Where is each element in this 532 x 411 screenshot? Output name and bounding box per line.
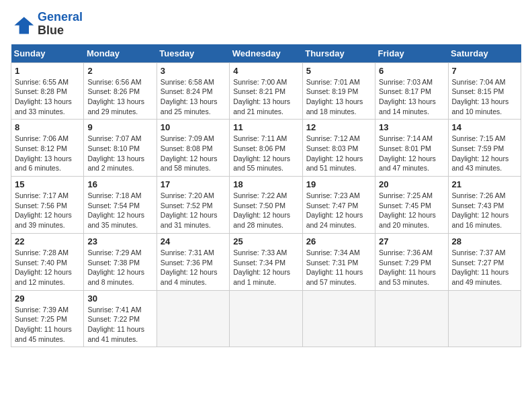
- calendar-cell: 19 Sunrise: 7:23 AMSunset: 7:47 PMDaylig…: [302, 177, 375, 234]
- day-number: 9: [87, 122, 152, 132]
- day-number: 25: [233, 236, 298, 246]
- day-number: 2: [87, 66, 152, 76]
- day-info: Sunrise: 7:36 AMSunset: 7:29 PMDaylight:…: [379, 248, 444, 287]
- calendar-cell: [157, 290, 229, 347]
- calendar-cell: 24 Sunrise: 7:31 AMSunset: 7:36 PMDaylig…: [157, 233, 229, 290]
- weekday-header: Friday: [375, 44, 448, 63]
- logo-text: GeneralBlue: [38, 11, 83, 38]
- calendar-cell: 9 Sunrise: 7:07 AMSunset: 8:10 PMDayligh…: [84, 120, 157, 177]
- calendar-cell: 17 Sunrise: 7:20 AMSunset: 7:52 PMDaylig…: [157, 177, 229, 234]
- calendar-cell: 5 Sunrise: 7:01 AMSunset: 8:19 PMDayligh…: [302, 62, 375, 120]
- day-info: Sunrise: 7:04 AMSunset: 8:15 PMDaylight:…: [452, 77, 517, 117]
- day-number: 1: [15, 66, 80, 76]
- weekday-header: Monday: [84, 44, 157, 63]
- day-info: Sunrise: 7:01 AMSunset: 8:19 PMDaylight:…: [306, 77, 371, 117]
- day-number: 6: [379, 66, 444, 76]
- day-number: 28: [452, 236, 517, 246]
- day-number: 16: [87, 179, 152, 189]
- day-info: Sunrise: 7:33 AMSunset: 7:34 PMDaylight:…: [233, 248, 298, 287]
- weekday-header: Wednesday: [230, 44, 302, 63]
- calendar-cell: [230, 290, 302, 347]
- day-info: Sunrise: 7:15 AMSunset: 7:59 PMDaylight:…: [452, 134, 517, 173]
- day-number: 15: [15, 179, 80, 189]
- day-info: Sunrise: 7:29 AMSunset: 7:38 PMDaylight:…: [87, 248, 152, 287]
- day-number: 11: [233, 122, 298, 132]
- calendar-cell: 26 Sunrise: 7:34 AMSunset: 7:31 PMDaylig…: [302, 233, 375, 290]
- day-number: 19: [306, 179, 371, 189]
- weekday-header: Tuesday: [157, 44, 229, 63]
- calendar-cell: 3 Sunrise: 6:58 AMSunset: 8:24 PMDayligh…: [157, 62, 229, 120]
- calendar-week: 22 Sunrise: 7:28 AMSunset: 7:40 PMDaylig…: [11, 233, 521, 290]
- weekday-header: Saturday: [448, 44, 521, 63]
- calendar-cell: 2 Sunrise: 6:56 AMSunset: 8:26 PMDayligh…: [84, 62, 157, 120]
- calendar-cell: 25 Sunrise: 7:33 AMSunset: 7:34 PMDaylig…: [230, 233, 302, 290]
- day-info: Sunrise: 7:22 AMSunset: 7:50 PMDaylight:…: [233, 191, 298, 230]
- day-number: 17: [161, 179, 226, 189]
- calendar-cell: 4 Sunrise: 7:00 AMSunset: 8:21 PMDayligh…: [230, 62, 302, 120]
- day-number: 10: [161, 122, 226, 132]
- calendar-cell: 12 Sunrise: 7:12 AMSunset: 8:03 PMDaylig…: [302, 120, 375, 177]
- calendar-cell: [448, 290, 521, 347]
- calendar-cell: [375, 290, 448, 347]
- calendar-table: SundayMondayTuesdayWednesdayThursdayFrid…: [11, 44, 521, 348]
- day-number: 7: [452, 66, 517, 76]
- logo-icon: [11, 12, 35, 36]
- calendar-cell: 23 Sunrise: 7:29 AMSunset: 7:38 PMDaylig…: [84, 233, 157, 290]
- day-number: 14: [452, 122, 517, 132]
- calendar-cell: 30 Sunrise: 7:41 AMSunset: 7:22 PMDaylig…: [84, 290, 157, 347]
- calendar-cell: 20 Sunrise: 7:25 AMSunset: 7:45 PMDaylig…: [375, 177, 448, 234]
- day-number: 22: [15, 236, 80, 246]
- day-info: Sunrise: 7:25 AMSunset: 7:45 PMDaylight:…: [379, 191, 444, 230]
- day-info: Sunrise: 7:07 AMSunset: 8:10 PMDaylight:…: [87, 134, 152, 173]
- day-info: Sunrise: 7:18 AMSunset: 7:54 PMDaylight:…: [87, 191, 152, 230]
- calendar-cell: 8 Sunrise: 7:06 AMSunset: 8:12 PMDayligh…: [11, 120, 84, 177]
- day-number: 24: [161, 236, 226, 246]
- calendar-cell: 13 Sunrise: 7:14 AMSunset: 8:01 PMDaylig…: [375, 120, 448, 177]
- day-info: Sunrise: 7:06 AMSunset: 8:12 PMDaylight:…: [15, 134, 80, 173]
- calendar-cell: 28 Sunrise: 7:37 AMSunset: 7:27 PMDaylig…: [448, 233, 521, 290]
- calendar-cell: 29 Sunrise: 7:39 AMSunset: 7:25 PMDaylig…: [11, 290, 84, 347]
- day-number: 30: [87, 293, 152, 304]
- day-number: 26: [306, 236, 371, 246]
- day-number: 3: [161, 66, 226, 76]
- day-info: Sunrise: 7:20 AMSunset: 7:52 PMDaylight:…: [161, 191, 226, 230]
- calendar-cell: 21 Sunrise: 7:26 AMSunset: 7:43 PMDaylig…: [448, 177, 521, 234]
- day-number: 23: [87, 236, 152, 246]
- logo: GeneralBlue: [11, 11, 83, 38]
- day-info: Sunrise: 7:28 AMSunset: 7:40 PMDaylight:…: [15, 248, 80, 287]
- day-info: Sunrise: 7:00 AMSunset: 8:21 PMDaylight:…: [233, 77, 298, 117]
- day-number: 29: [15, 293, 80, 304]
- day-number: 8: [15, 122, 80, 132]
- calendar-cell: 15 Sunrise: 7:17 AMSunset: 7:56 PMDaylig…: [11, 177, 84, 234]
- day-info: Sunrise: 7:17 AMSunset: 7:56 PMDaylight:…: [15, 191, 80, 230]
- day-number: 20: [379, 179, 444, 189]
- calendar-cell: 14 Sunrise: 7:15 AMSunset: 7:59 PMDaylig…: [448, 120, 521, 177]
- calendar-week: 15 Sunrise: 7:17 AMSunset: 7:56 PMDaylig…: [11, 177, 521, 234]
- day-info: Sunrise: 7:12 AMSunset: 8:03 PMDaylight:…: [306, 134, 371, 173]
- day-info: Sunrise: 7:26 AMSunset: 7:43 PMDaylight:…: [452, 191, 517, 230]
- calendar-week: 29 Sunrise: 7:39 AMSunset: 7:25 PMDaylig…: [11, 290, 521, 347]
- day-info: Sunrise: 7:39 AMSunset: 7:25 PMDaylight:…: [15, 305, 80, 345]
- day-info: Sunrise: 6:55 AMSunset: 8:28 PMDaylight:…: [15, 77, 80, 117]
- day-info: Sunrise: 7:34 AMSunset: 7:31 PMDaylight:…: [306, 248, 371, 287]
- day-info: Sunrise: 7:23 AMSunset: 7:47 PMDaylight:…: [306, 191, 371, 230]
- calendar-cell: 7 Sunrise: 7:04 AMSunset: 8:15 PMDayligh…: [448, 62, 521, 120]
- calendar-cell: 16 Sunrise: 7:18 AMSunset: 7:54 PMDaylig…: [84, 177, 157, 234]
- weekday-header-row: SundayMondayTuesdayWednesdayThursdayFrid…: [11, 44, 521, 63]
- weekday-header: Sunday: [11, 44, 84, 63]
- day-number: 18: [233, 179, 298, 189]
- day-number: 12: [306, 122, 371, 132]
- weekday-header: Thursday: [302, 44, 375, 63]
- day-info: Sunrise: 6:56 AMSunset: 8:26 PMDaylight:…: [87, 77, 152, 117]
- day-info: Sunrise: 7:11 AMSunset: 8:06 PMDaylight:…: [233, 134, 298, 173]
- day-number: 5: [306, 66, 371, 76]
- calendar-cell: 10 Sunrise: 7:09 AMSunset: 8:08 PMDaylig…: [157, 120, 229, 177]
- calendar-cell: 18 Sunrise: 7:22 AMSunset: 7:50 PMDaylig…: [230, 177, 302, 234]
- calendar-week: 8 Sunrise: 7:06 AMSunset: 8:12 PMDayligh…: [11, 120, 521, 177]
- day-info: Sunrise: 7:37 AMSunset: 7:27 PMDaylight:…: [452, 248, 517, 287]
- day-info: Sunrise: 6:58 AMSunset: 8:24 PMDaylight:…: [161, 77, 226, 117]
- calendar-cell: 1 Sunrise: 6:55 AMSunset: 8:28 PMDayligh…: [11, 62, 84, 120]
- calendar-cell: 27 Sunrise: 7:36 AMSunset: 7:29 PMDaylig…: [375, 233, 448, 290]
- day-info: Sunrise: 7:09 AMSunset: 8:08 PMDaylight:…: [161, 134, 226, 173]
- day-info: Sunrise: 7:31 AMSunset: 7:36 PMDaylight:…: [161, 248, 226, 287]
